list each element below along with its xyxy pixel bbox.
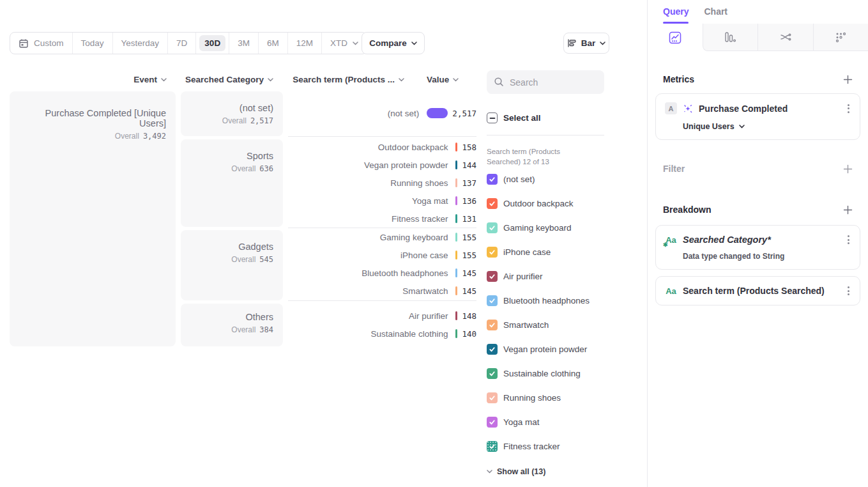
date-range-6m[interactable]: 6M xyxy=(258,33,287,54)
group-divider xyxy=(288,136,476,137)
value-bar xyxy=(455,160,457,169)
date-range-today[interactable]: Today xyxy=(72,33,112,54)
breakdown-card[interactable]: Aa ✱ Searched Category* Data type change… xyxy=(655,225,860,270)
query-panel-tabs: Query Chart xyxy=(648,0,868,24)
tab-insights[interactable] xyxy=(648,24,703,51)
category-cell-sports[interactable]: Sports Overall636 xyxy=(181,139,283,227)
checkbox-checked[interactable] xyxy=(487,417,498,428)
select-all-row[interactable]: Select all xyxy=(487,112,605,123)
column-header-search-term[interactable]: Search term (Products ... xyxy=(288,75,404,84)
metric-card[interactable]: A Purchase Completed Unique Users xyxy=(655,93,860,140)
table-row[interactable]: Vegan protein powder 144 xyxy=(288,156,476,174)
aggregation-select[interactable]: Unique Users xyxy=(683,122,851,131)
column-header-event[interactable]: Event xyxy=(10,75,167,84)
checkbox-checked[interactable] xyxy=(487,247,498,258)
category-cell-others[interactable]: Others Overall384 xyxy=(181,304,283,346)
chevron-down-icon xyxy=(600,42,605,45)
show-all-link[interactable]: Show all (13) xyxy=(487,467,605,476)
legend-item[interactable]: Fitness tracker xyxy=(487,434,605,458)
legend-item[interactable]: Running shoes xyxy=(487,385,605,410)
add-metric-button[interactable] xyxy=(843,75,853,84)
date-range-custom[interactable]: Custom xyxy=(10,33,72,54)
search-input[interactable] xyxy=(487,70,604,94)
value-bar xyxy=(427,108,448,118)
minus-icon xyxy=(489,115,496,121)
date-range-12m[interactable]: 12M xyxy=(287,33,321,54)
add-filter-button[interactable] xyxy=(843,164,853,174)
date-range-7d[interactable]: 7D xyxy=(167,33,195,54)
legend-item[interactable]: Smartwatch xyxy=(487,313,605,337)
table-row[interactable]: Yoga mat 136 xyxy=(288,192,476,210)
date-range-xtd[interactable]: XTD xyxy=(321,33,367,54)
checkbox-checked[interactable] xyxy=(487,198,498,209)
table-row[interactable]: Outdoor backpack 158 xyxy=(288,138,476,156)
table-row[interactable]: Air purifier 148 xyxy=(288,307,476,325)
report-type-tabs xyxy=(648,24,868,51)
tab-flows[interactable] xyxy=(758,24,813,51)
add-breakdown-button[interactable] xyxy=(843,205,853,215)
event-cell[interactable]: Purchase Completed [Unique Users] Overal… xyxy=(10,91,176,346)
legend-item[interactable]: Bluetooth headphones xyxy=(487,288,605,313)
breakdown-card[interactable]: Aa Search term (Products Searched) xyxy=(655,276,860,305)
modified-asterisk: ✱ xyxy=(663,242,668,248)
dots-grid-icon xyxy=(834,31,847,43)
table-row[interactable]: Bluetooth headphones 145 xyxy=(288,264,476,282)
chevron-down-icon xyxy=(399,78,404,82)
checkbox-checked[interactable] xyxy=(487,441,498,452)
date-range-3m[interactable]: 3M xyxy=(229,33,258,54)
chevron-down-icon xyxy=(161,78,167,82)
legend-item[interactable]: Outdoor backpack xyxy=(487,191,605,215)
chevron-down-icon xyxy=(268,78,273,82)
column-header-value[interactable]: Value xyxy=(427,75,478,84)
tab-chart[interactable]: Chart xyxy=(704,6,727,24)
chart-type-select[interactable]: Bar xyxy=(563,33,609,54)
query-panel: Query Chart xyxy=(647,0,868,487)
tab-retention[interactable] xyxy=(813,24,868,51)
filter-title: Filter xyxy=(663,164,685,174)
table-row[interactable]: Gaming keyboard 155 xyxy=(288,228,476,246)
kebab-menu-icon[interactable] xyxy=(846,285,851,297)
flows-icon xyxy=(779,31,792,43)
value-bar xyxy=(455,143,457,151)
column-header-searched-category[interactable]: Searched Category xyxy=(181,75,273,84)
category-cell-gadgets[interactable]: Gadgets Overall545 xyxy=(181,230,283,300)
calendar-icon xyxy=(19,38,29,49)
legend-item[interactable]: Air purifier xyxy=(487,264,605,288)
legend-item[interactable]: Vegan protein powder xyxy=(487,337,605,361)
legend-item[interactable]: (not set) xyxy=(487,167,605,191)
checkbox-checked[interactable] xyxy=(487,174,498,185)
table-row[interactable]: Running shoes 137 xyxy=(288,174,476,192)
select-all-checkbox[interactable] xyxy=(487,112,498,123)
checkbox-checked[interactable] xyxy=(487,222,498,233)
divider xyxy=(487,135,604,135)
legend-item[interactable]: iPhone case xyxy=(487,240,605,264)
table-row[interactable]: Sustainable clothing 140 xyxy=(288,325,476,343)
table-row[interactable]: iPhone case 155 xyxy=(288,246,476,264)
legend-item[interactable]: Yoga mat xyxy=(487,410,605,434)
table-row[interactable]: Smartwatch 145 xyxy=(288,282,476,300)
metrics-section-header: Metrics xyxy=(663,74,853,84)
event-sparkle-icon xyxy=(683,104,693,114)
tab-funnels[interactable] xyxy=(703,24,758,51)
category-cell-not-set[interactable]: (not set) Overall2,517 xyxy=(181,91,283,136)
compare-button[interactable]: Compare xyxy=(362,32,425,54)
tab-query[interactable]: Query xyxy=(663,6,689,24)
legend-item[interactable]: Sustainable clothing xyxy=(487,361,605,385)
group-divider xyxy=(288,300,476,301)
checkbox-checked[interactable] xyxy=(487,320,498,330)
checkbox-checked[interactable] xyxy=(487,295,498,306)
legend-item[interactable]: Gaming keyboard xyxy=(487,215,605,240)
table-row[interactable]: (not set) 2,517 xyxy=(288,104,476,122)
series-badge: A xyxy=(665,102,677,114)
event-name: Purchase Completed [Unique Users] xyxy=(19,108,166,128)
value-bar xyxy=(455,251,457,259)
date-range-yesterday[interactable]: Yesterday xyxy=(112,33,168,54)
checkbox-checked[interactable] xyxy=(487,368,498,379)
checkbox-checked[interactable] xyxy=(487,344,498,355)
date-range-30d-selected[interactable]: 30D xyxy=(195,33,229,54)
checkbox-checked[interactable] xyxy=(487,271,498,282)
table-row[interactable]: Fitness tracker 131 xyxy=(288,210,476,228)
kebab-menu-icon[interactable] xyxy=(846,234,851,245)
kebab-menu-icon[interactable] xyxy=(846,103,851,114)
checkbox-checked[interactable] xyxy=(487,392,498,403)
